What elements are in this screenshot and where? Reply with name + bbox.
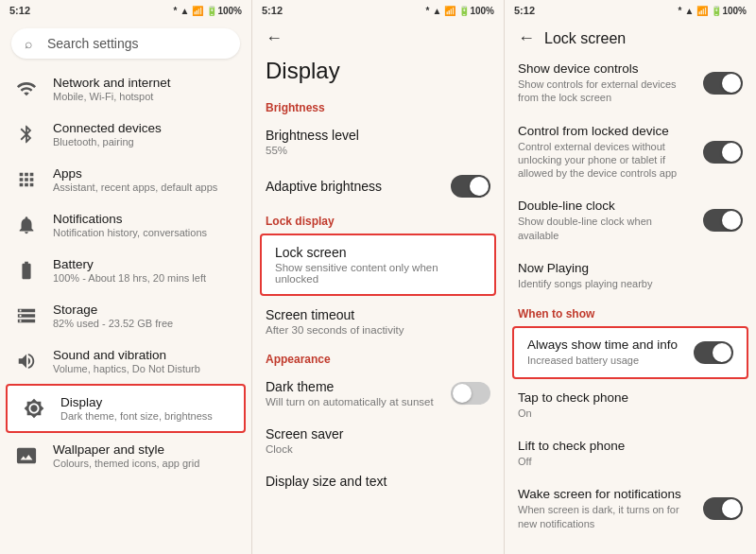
- storage-subtitle: 82% used - 23.52 GB free: [53, 318, 238, 329]
- sound-icon: [13, 348, 40, 374]
- display-header: ←: [252, 21, 504, 52]
- wifi-icon: [13, 76, 40, 102]
- lock-screen-header: ← Lock screen: [505, 21, 756, 52]
- storage-icon: [13, 303, 40, 329]
- status-icons-3: * ▲ 📶 🔋100%: [679, 6, 747, 16]
- network-title: Network and internet: [53, 76, 238, 90]
- brightness-level-item[interactable]: Brightness level 55%: [252, 118, 504, 165]
- bluetooth-icon: [13, 121, 40, 147]
- back-button-display[interactable]: ←: [266, 28, 283, 48]
- storage-title: Storage: [53, 303, 238, 317]
- show-device-controls-toggle[interactable]: [703, 72, 743, 95]
- double-line-clock-toggle[interactable]: [703, 209, 743, 232]
- settings-item-storage[interactable]: Storage 82% used - 23.52 GB free: [0, 293, 251, 338]
- dark-theme-toggle[interactable]: [451, 382, 490, 405]
- search-bar[interactable]: ⌕ Search settings: [11, 28, 240, 59]
- lift-to-check-item[interactable]: Lift to check phone Off: [505, 429, 756, 477]
- brightness-section-label: Brightness: [252, 94, 504, 118]
- lock-screen-content: Show device controls Show controls for e…: [505, 52, 756, 554]
- apps-title: Apps: [53, 166, 238, 181]
- settings-item-connected[interactable]: Connected devices Bluetooth, pairing: [0, 112, 251, 157]
- adaptive-brightness-item[interactable]: Adaptive brightness: [252, 165, 504, 207]
- time-1: 5:12: [9, 5, 30, 16]
- connected-subtitle: Bluetooth, pairing: [53, 136, 238, 147]
- settings-item-sound[interactable]: Sound and vibration Volume, haptics, Do …: [0, 338, 251, 384]
- status-icons-1: * ▲ 📶 🔋100%: [174, 6, 242, 16]
- show-device-controls-item[interactable]: Show device controls Show controls for e…: [505, 52, 756, 114]
- settings-item-battery[interactable]: Battery 100% - About 18 hrs, 20 mins lef…: [0, 248, 251, 293]
- sound-subtitle: Volume, haptics, Do Not Disturb: [53, 363, 238, 374]
- control-locked-item[interactable]: Control from locked device Control exter…: [505, 114, 756, 190]
- display-subtitle: Dark theme, font size, brightness: [60, 410, 231, 422]
- time-3: 5:12: [514, 5, 535, 16]
- status-icons-2: * ▲ 📶 🔋100%: [426, 6, 494, 16]
- wake-screen-toggle[interactable]: [703, 497, 743, 520]
- back-button-lock[interactable]: ←: [518, 28, 535, 48]
- display-content: Brightness Brightness level 55% Adaptive…: [252, 94, 504, 554]
- display-title: Display: [60, 395, 231, 409]
- battery-icon: [13, 257, 40, 284]
- display-size-item[interactable]: Display size and text: [252, 464, 504, 498]
- double-line-clock-item[interactable]: Double-line clock Show double-line clock…: [505, 189, 756, 251]
- wake-screen-item[interactable]: Wake screen for notifications When scree…: [505, 477, 756, 540]
- settings-list: Network and internet Mobile, Wi-Fi, hots…: [0, 66, 251, 554]
- settings-item-notifications[interactable]: Notifications Notification history, conv…: [0, 202, 251, 248]
- dark-theme-item[interactable]: Dark theme Will turn on automatically at…: [252, 370, 504, 417]
- screen-saver-item[interactable]: Screen saver Clock: [252, 417, 504, 464]
- status-bar-3: 5:12 * ▲ 📶 🔋100%: [505, 0, 756, 21]
- now-playing-item[interactable]: Now Playing Identify songs playing nearb…: [505, 251, 756, 300]
- battery-subtitle: 100% - About 18 hrs, 20 mins left: [53, 272, 238, 284]
- wallpaper-title: Wallpaper and style: [53, 442, 238, 457]
- display-panel: 5:12 * ▲ 📶 🔋100% ← Display Brightness Br…: [251, 0, 504, 554]
- connected-title: Connected devices: [53, 121, 238, 135]
- status-bar-1: 5:12 * ▲ 📶 🔋100%: [0, 0, 251, 21]
- settings-panel: 5:12 * ▲ 📶 🔋100% ⌕ Search settings Netwo…: [0, 0, 251, 554]
- battery-title: Battery: [53, 257, 238, 271]
- notifications-title: Notifications: [53, 212, 238, 226]
- lock-display-section-label: Lock display: [252, 207, 504, 232]
- status-bar-2: 5:12 * ▲ 📶 🔋100%: [252, 0, 504, 21]
- sound-title: Sound and vibration: [53, 348, 238, 362]
- display-icon: [21, 395, 47, 422]
- lock-screen-panel: 5:12 * ▲ 📶 🔋100% ← Lock screen Show devi…: [504, 0, 756, 554]
- lock-screen-title: Lock screen: [544, 30, 626, 47]
- always-show-time-item[interactable]: Always show time and info Increased batt…: [512, 326, 748, 378]
- settings-item-apps[interactable]: Apps Assistant, recent apps, default app…: [0, 157, 251, 202]
- when-to-show-label: When to show: [505, 300, 756, 324]
- search-icon: ⌕: [25, 36, 40, 51]
- screen-timeout-item[interactable]: Screen timeout After 30 seconds of inact…: [252, 298, 504, 345]
- adaptive-brightness-toggle[interactable]: [451, 175, 490, 198]
- display-title-heading: Display: [252, 52, 504, 94]
- wallpaper-subtitle: Colours, themed icons, app grid: [53, 458, 238, 469]
- control-locked-toggle[interactable]: [703, 141, 743, 164]
- time-2: 5:12: [262, 5, 283, 16]
- notifications-subtitle: Notification history, conversations: [53, 227, 238, 238]
- lock-screen-item[interactable]: Lock screen Show sensitive content only …: [260, 234, 496, 296]
- network-subtitle: Mobile, Wi-Fi, hotspot: [53, 91, 238, 102]
- appearance-section-label: Appearance: [252, 345, 504, 370]
- bell-icon: [13, 212, 40, 238]
- wallpaper-icon: [13, 442, 40, 469]
- settings-item-network[interactable]: Network and internet Mobile, Wi-Fi, hots…: [0, 66, 251, 112]
- settings-item-display[interactable]: Display Dark theme, font size, brightnes…: [6, 384, 246, 433]
- settings-item-wallpaper[interactable]: Wallpaper and style Colours, themed icon…: [0, 433, 251, 478]
- tap-to-check-item[interactable]: Tap to check phone On: [505, 381, 756, 429]
- search-label: Search settings: [47, 36, 139, 51]
- apps-subtitle: Assistant, recent apps, default apps: [53, 182, 238, 193]
- apps-icon: [13, 166, 40, 193]
- always-show-time-toggle[interactable]: [694, 341, 733, 364]
